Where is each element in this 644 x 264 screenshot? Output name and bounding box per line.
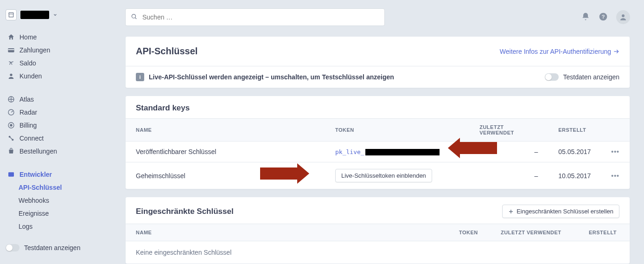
account-switcher[interactable] bbox=[0, 6, 111, 29]
svg-point-5 bbox=[10, 124, 12, 126]
key-created: 10.05.2017 bbox=[548, 162, 601, 189]
home-icon bbox=[7, 33, 15, 41]
sidebar-item-balance[interactable]: Saldo bbox=[0, 57, 111, 70]
test-data-toggle[interactable] bbox=[545, 73, 559, 81]
banner-text: Live-API-Schlüssel werden angezeigt – um… bbox=[149, 73, 394, 81]
sidebar-label: Billing bbox=[19, 122, 37, 129]
key-name: Veröffentlichbarer Schlüssel bbox=[126, 142, 325, 162]
help-icon[interactable]: ? bbox=[599, 12, 608, 23]
link-label: Weitere Infos zur API-Authentifizierung bbox=[500, 48, 611, 55]
sidebar-item-logs[interactable]: Logs bbox=[0, 220, 111, 233]
row-actions-menu[interactable]: ••• bbox=[611, 172, 619, 180]
restricted-keys-table: NAME TOKEN ZULETZT VERWENDET ERSTELLT bbox=[126, 224, 630, 241]
store-icon bbox=[6, 9, 17, 20]
th-created: ERSTELLT bbox=[579, 224, 630, 241]
standard-keys-card: Standard keys NAME TOKEN ZULETZT VERWEND… bbox=[125, 96, 630, 189]
notifications-icon[interactable] bbox=[581, 12, 590, 23]
search-container bbox=[125, 8, 385, 26]
sidebar-label: Ereignisse bbox=[19, 210, 49, 217]
sidebar-item-api-keys[interactable]: API-Schlüssel bbox=[0, 181, 111, 194]
topbar: ? bbox=[125, 8, 630, 26]
sidebar-item-orders[interactable]: Bestellungen bbox=[0, 145, 111, 158]
th-name: NAME bbox=[126, 119, 325, 142]
banner-toggle-label: Testdaten anzeigen bbox=[563, 73, 619, 81]
key-token-cell: pk_live_ bbox=[325, 142, 469, 162]
sidebar-item-atlas[interactable]: Atlas bbox=[0, 93, 111, 106]
annotation-arrow bbox=[260, 163, 309, 184]
sidebar-item-developers[interactable]: Entwickler bbox=[0, 168, 111, 181]
svg-line-12 bbox=[135, 18, 136, 19]
row-actions-menu[interactable]: ••• bbox=[611, 148, 619, 155]
token-redacted bbox=[365, 149, 440, 155]
sidebar-label: Saldo bbox=[19, 59, 36, 67]
restricted-keys-card: Eingeschränkte Schlüssel Eingeschränkten… bbox=[125, 197, 630, 264]
th-name: NAME bbox=[126, 224, 449, 241]
toggle-label: Testdaten anzeigen bbox=[24, 244, 80, 251]
sidebar-label: Webhooks bbox=[19, 197, 49, 204]
toggle-switch[interactable] bbox=[6, 244, 19, 251]
th-created: ERSTELLT bbox=[548, 119, 601, 142]
svg-point-2 bbox=[10, 74, 12, 76]
sidebar-item-home[interactable]: Home bbox=[0, 31, 111, 44]
svg-point-11 bbox=[132, 14, 135, 18]
sidebar-label: Kunden bbox=[19, 72, 42, 80]
key-token-prefix[interactable]: pk_live_ bbox=[335, 148, 364, 155]
th-last: ZULETZT VERWENDET bbox=[491, 224, 579, 241]
search-input[interactable] bbox=[125, 8, 385, 26]
main-content: ? API-Schlüssel Weitere Infos zur API-Au… bbox=[111, 0, 644, 264]
annotation-arrow bbox=[448, 138, 497, 158]
sidebar-label: Zahlungen bbox=[19, 46, 50, 54]
sidebar-item-webhooks[interactable]: Webhooks bbox=[0, 194, 111, 207]
create-restricted-key-button[interactable]: Eingeschränkten Schlüssel erstellen bbox=[502, 205, 619, 218]
key-token-cell: Live-Schlüsseltoken einblenden bbox=[325, 162, 469, 189]
chevron-down-icon bbox=[53, 11, 57, 19]
svg-rect-9 bbox=[8, 172, 14, 176]
sidebar-item-connect[interactable]: Connect bbox=[0, 132, 111, 145]
key-name: Geheimschlüssel bbox=[126, 162, 325, 189]
sidebar-label: Logs bbox=[19, 223, 32, 230]
sidebar-item-payments[interactable]: Zahlungen bbox=[0, 44, 111, 57]
connect-icon bbox=[7, 135, 15, 142]
table-row: Veröffentlichbarer Schlüssel pk_live_ – … bbox=[126, 142, 630, 162]
standard-keys-table: NAME TOKEN ZULETZT VERWENDET ERSTELLT Ve… bbox=[126, 119, 630, 189]
sidebar-item-settings[interactable]: Einstellungen bbox=[0, 261, 111, 264]
svg-rect-0 bbox=[8, 48, 14, 52]
sidebar-test-toggle[interactable]: Testdaten anzeigen bbox=[0, 241, 111, 254]
reveal-secret-button[interactable]: Live-Schlüsseltoken einblenden bbox=[335, 169, 432, 182]
page-title: API-Schlüssel bbox=[136, 46, 198, 57]
balance-icon bbox=[7, 59, 15, 67]
table-row: Geheimschlüssel Live-Schlüsseltoken einb… bbox=[126, 162, 630, 189]
api-keys-card: API-Schlüssel Weitere Infos zur API-Auth… bbox=[125, 36, 630, 88]
sidebar-label: Bestellungen bbox=[19, 148, 57, 155]
th-token: TOKEN bbox=[449, 224, 491, 241]
info-icon: i bbox=[136, 73, 144, 81]
radar-icon bbox=[7, 109, 15, 116]
sidebar-item-events[interactable]: Ereignisse bbox=[0, 207, 111, 220]
atlas-icon bbox=[7, 96, 15, 103]
restricted-empty-message: Keine eingeschränkten Schlüssel bbox=[126, 241, 630, 264]
key-last: – bbox=[469, 162, 548, 189]
orders-icon bbox=[7, 148, 15, 155]
avatar[interactable] bbox=[616, 10, 630, 24]
svg-rect-1 bbox=[8, 49, 14, 50]
svg-text:?: ? bbox=[601, 13, 605, 19]
sidebar-label: Home bbox=[19, 33, 37, 41]
search-icon bbox=[131, 13, 137, 21]
sidebar-item-billing[interactable]: Billing bbox=[0, 119, 111, 132]
sidebar-label: API-Schlüssel bbox=[19, 184, 62, 191]
svg-point-15 bbox=[622, 14, 625, 17]
sidebar-label: Entwickler bbox=[19, 171, 52, 178]
restricted-keys-title: Eingeschränkte Schlüssel bbox=[136, 207, 234, 216]
sidebar-label: Radar bbox=[19, 109, 37, 116]
account-name-redacted bbox=[20, 11, 49, 19]
sidebar-item-customers[interactable]: Kunden bbox=[0, 70, 111, 83]
sidebar-item-radar[interactable]: Radar bbox=[0, 106, 111, 119]
payments-icon bbox=[7, 46, 15, 54]
sidebar: Home Zahlungen Saldo Kunden Atlas bbox=[0, 0, 111, 264]
key-created: 05.05.2017 bbox=[548, 142, 601, 162]
billing-icon bbox=[7, 122, 15, 129]
api-auth-docs-link[interactable]: Weitere Infos zur API-Authentifizierung bbox=[500, 48, 619, 55]
sidebar-label: Connect bbox=[19, 135, 44, 142]
sidebar-label: Atlas bbox=[19, 96, 34, 103]
customers-icon bbox=[7, 72, 15, 80]
